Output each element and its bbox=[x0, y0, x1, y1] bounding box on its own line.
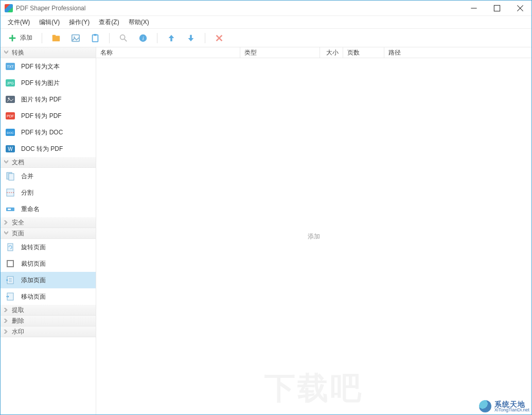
svg-rect-32 bbox=[7, 189, 14, 196]
sidebar-item-label: PDF 转为 PDF bbox=[21, 112, 62, 120]
site-watermark: 系统天地 XiTongTianDi.net bbox=[479, 400, 529, 412]
menu-edit[interactable]: 编辑(V) bbox=[35, 16, 64, 28]
toolbar-separator bbox=[42, 33, 42, 43]
rename-icon bbox=[6, 204, 15, 214]
sidebar-item-move-page[interactable]: 移动页面 bbox=[1, 288, 96, 305]
chevron-right-icon bbox=[4, 307, 9, 313]
move-up-button[interactable] bbox=[164, 31, 179, 45]
group-header-delete[interactable]: 删除 bbox=[1, 316, 96, 326]
group-label: 水印 bbox=[12, 327, 24, 336]
group-header-document[interactable]: 文档 bbox=[1, 157, 96, 168]
merge-icon bbox=[6, 171, 15, 181]
menu-help[interactable]: 帮助(X) bbox=[125, 16, 153, 28]
toolbar: 添加 i bbox=[1, 29, 531, 47]
sidebar-item-label: 添加页面 bbox=[21, 276, 46, 285]
svg-text:TXT: TXT bbox=[7, 65, 14, 68]
group-header-watermark[interactable]: 水印 bbox=[1, 326, 96, 337]
move-down-button[interactable] bbox=[183, 31, 199, 45]
sidebar-item-rename[interactable]: 重命名 bbox=[1, 201, 96, 217]
move-page-icon bbox=[6, 292, 15, 301]
add-button[interactable]: 添加 bbox=[5, 31, 36, 45]
col-pages[interactable]: 页数 bbox=[343, 47, 384, 58]
word-icon: W bbox=[6, 144, 15, 153]
svg-text:i: i bbox=[143, 35, 144, 41]
sidebar-item-pdf-to-text[interactable]: TXT PDF 转为文本 bbox=[1, 58, 96, 75]
plus-icon bbox=[8, 33, 17, 43]
sidebar-item-crop-page[interactable]: 裁切页面 bbox=[1, 255, 96, 272]
svg-text:PDF: PDF bbox=[7, 114, 14, 118]
sidebar-item-label: 移动页面 bbox=[21, 292, 46, 301]
sidebar-item-label: 重命名 bbox=[21, 205, 40, 214]
list-body[interactable]: 添加 bbox=[96, 58, 531, 414]
image-button[interactable] bbox=[68, 31, 83, 45]
svg-rect-11 bbox=[94, 33, 96, 36]
sidebar-item-label: PDF 转为文本 bbox=[21, 62, 60, 71]
toolbar-separator bbox=[157, 33, 157, 43]
minimize-icon bbox=[469, 4, 478, 13]
folder-button[interactable] bbox=[48, 31, 64, 45]
sidebar-item-doc-to-pdf[interactable]: W DOC 转为 PDF bbox=[1, 141, 96, 157]
chevron-right-icon bbox=[4, 329, 9, 334]
svg-rect-7 bbox=[52, 34, 56, 37]
sidebar-item-rotate-page[interactable]: 旋转页面 bbox=[1, 239, 96, 255]
sidebar-item-pdf-to-pdf[interactable]: PDF PDF 转为 PDF bbox=[1, 108, 96, 124]
remove-button[interactable] bbox=[211, 31, 227, 45]
chevron-right-icon bbox=[4, 220, 9, 225]
svg-rect-37 bbox=[7, 261, 13, 267]
col-type[interactable]: 类型 bbox=[240, 47, 320, 58]
crop-icon bbox=[6, 259, 15, 268]
group-label: 安全 bbox=[12, 218, 24, 227]
maximize-button[interactable] bbox=[485, 1, 508, 16]
split-icon bbox=[6, 188, 15, 197]
arrow-up-icon bbox=[167, 33, 176, 43]
group-header-extract[interactable]: 提取 bbox=[1, 305, 96, 316]
paste-button[interactable] bbox=[87, 31, 103, 45]
list-header: 名称 类型 大小 页数 路径 bbox=[96, 47, 531, 58]
menu-action[interactable]: 操作(Y) bbox=[65, 16, 94, 28]
sidebar-item-label: PDF 转为 DOC bbox=[21, 128, 63, 137]
doc-icon: DOC bbox=[6, 128, 15, 137]
sidebar-item-pdf-to-image[interactable]: JPG PDF 转为图片 bbox=[1, 75, 96, 91]
titlebar: PDF Shaper Professional bbox=[1, 1, 531, 16]
chevron-down-icon bbox=[4, 231, 9, 236]
x-icon bbox=[215, 33, 224, 43]
menu-view[interactable]: 查看(Z) bbox=[95, 16, 123, 28]
chevron-right-icon bbox=[4, 318, 9, 323]
search-button[interactable] bbox=[116, 31, 131, 45]
info-button[interactable]: i bbox=[135, 31, 151, 45]
image-file-icon bbox=[6, 95, 15, 104]
clipboard-icon bbox=[91, 33, 100, 43]
menu-file[interactable]: 文件(W) bbox=[4, 16, 34, 28]
content: 转换 TXT PDF 转为文本 JPG PDF 转为图片 图片 转为 PDF P… bbox=[1, 47, 531, 414]
sidebar-item-pdf-to-doc[interactable]: DOC PDF 转为 DOC bbox=[1, 124, 96, 141]
minimize-button[interactable] bbox=[462, 1, 485, 16]
info-icon: i bbox=[138, 33, 148, 43]
toolbar-separator bbox=[205, 33, 205, 43]
group-header-page[interactable]: 页面 bbox=[1, 228, 96, 239]
sidebar-item-merge[interactable]: 合并 bbox=[1, 168, 96, 184]
svg-point-12 bbox=[120, 34, 125, 39]
chevron-down-icon bbox=[4, 50, 9, 55]
group-label: 删除 bbox=[12, 317, 24, 325]
watermark-title: 系统天地 bbox=[494, 401, 529, 408]
group-header-convert[interactable]: 转换 bbox=[1, 47, 96, 58]
svg-point-23 bbox=[8, 98, 10, 99]
svg-rect-35 bbox=[8, 209, 11, 210]
watermark-subtitle: XiTongTianDi.net bbox=[494, 408, 529, 412]
sidebar-item-image-to-pdf[interactable]: 图片 转为 PDF bbox=[1, 91, 96, 108]
svg-text:JPG: JPG bbox=[7, 81, 14, 85]
col-name[interactable]: 名称 bbox=[96, 47, 240, 58]
group-header-security[interactable]: 安全 bbox=[1, 217, 96, 228]
jpg-icon: JPG bbox=[6, 78, 15, 88]
group-label: 转换 bbox=[12, 48, 24, 57]
sidebar-item-add-page[interactable]: 添加页面 bbox=[1, 272, 96, 288]
toolbar-separator bbox=[109, 33, 110, 43]
sidebar-item-label: 裁切页面 bbox=[21, 260, 46, 268]
txt-icon: TXT bbox=[6, 62, 15, 71]
col-size[interactable]: 大小 bbox=[320, 47, 343, 58]
col-path[interactable]: 路径 bbox=[384, 47, 531, 58]
sidebar-item-split[interactable]: 分割 bbox=[1, 184, 96, 201]
app-icon bbox=[5, 4, 13, 12]
sidebar-item-label: PDF 转为图片 bbox=[21, 79, 60, 88]
close-button[interactable] bbox=[508, 1, 531, 16]
